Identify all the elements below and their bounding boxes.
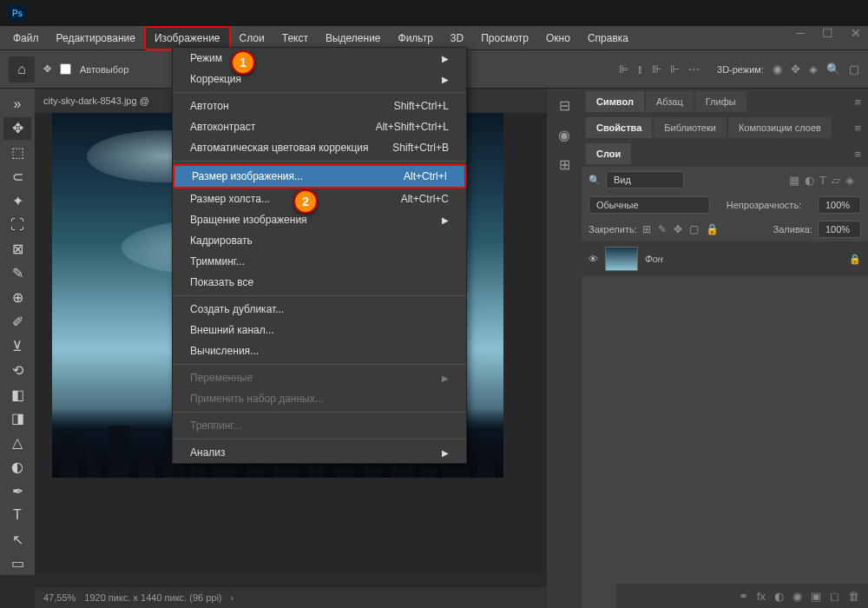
orbit-icon[interactable]: ◉ (773, 63, 782, 76)
eraser-tool-icon[interactable]: ◧ (3, 383, 31, 406)
history-tool-icon[interactable]: ⟲ (3, 359, 31, 381)
zoom-icon[interactable]: ◈ (809, 63, 818, 76)
filter-pixel-icon[interactable]: ▦ (789, 174, 799, 187)
filter-shape-icon[interactable]: ▱ (832, 174, 840, 187)
menu-calculations[interactable]: Вычисления... (173, 340, 466, 361)
link-icon[interactable]: ⚭ (739, 590, 748, 603)
brush-tool-icon[interactable]: ✐ (3, 311, 31, 334)
panel-menu-icon[interactable]: ≡ (854, 148, 861, 161)
menu-view[interactable]: Просмотр (472, 28, 537, 49)
menu-autotone[interactable]: АвтотонShift+Ctrl+L (173, 96, 466, 116)
marquee-tool-icon[interactable]: ⬚ (3, 142, 31, 164)
doc-dimensions[interactable]: 1920 пикс. x 1440 пикс. (96 ppi) (84, 592, 221, 603)
menu-filter[interactable]: Фильтр (390, 28, 442, 49)
close-icon[interactable]: ✕ (851, 26, 861, 40)
fx-icon[interactable]: fx (757, 590, 766, 603)
more-icon[interactable]: ⋯ (688, 63, 700, 76)
align-icon[interactable]: ⊩ (670, 63, 680, 76)
fill-field[interactable]: 100% (818, 221, 861, 238)
filter-adjust-icon[interactable]: ◐ (805, 174, 814, 187)
adjust-icon[interactable]: ◉ (792, 590, 802, 603)
delete-icon[interactable]: 🗑 (848, 590, 859, 603)
panel-toggle-icon[interactable]: » (3, 93, 31, 116)
menu-autocontrast[interactable]: АвтоконтрастAlt+Shift+Ctrl+L (173, 116, 466, 137)
swatches-icon[interactable]: ◉ (558, 127, 570, 143)
eyedropper-tool-icon[interactable]: ✎ (3, 262, 31, 285)
minimize-icon[interactable]: ─ (796, 26, 805, 40)
home-icon[interactable]: ⌂ (9, 56, 35, 83)
lock-icon[interactable]: 🔒 (706, 223, 719, 235)
filter-smart-icon[interactable]: ◈ (845, 174, 854, 187)
menu-3d[interactable]: 3D (442, 28, 472, 49)
menu-text[interactable]: Текст (273, 28, 317, 49)
menu-rotate[interactable]: Вращение изображения▶ (173, 209, 466, 230)
frame-tool-icon[interactable]: ⊠ (3, 238, 31, 261)
panel-menu-icon[interactable]: ≡ (854, 96, 861, 109)
align-icon[interactable]: ⫿ (637, 63, 643, 76)
wand-tool-icon[interactable]: ✦ (3, 189, 31, 212)
group-icon[interactable]: ▣ (811, 590, 821, 603)
panel-menu-icon[interactable]: ≡ (854, 122, 861, 135)
menu-reveal-all[interactable]: Показать все (173, 272, 466, 293)
gradient-tool-icon[interactable]: ◨ (3, 407, 31, 430)
dodge-tool-icon[interactable]: ◐ (3, 456, 31, 479)
align-icon[interactable]: ⊪ (652, 63, 661, 76)
menu-layers[interactable]: Слои (231, 28, 273, 49)
blend-mode-dropdown[interactable]: Обычные (589, 196, 710, 214)
crop-tool-icon[interactable]: ⛶ (3, 214, 31, 236)
menu-crop[interactable]: Кадрировать (173, 230, 466, 251)
stamp-tool-icon[interactable]: ⊻ (3, 334, 31, 357)
search-icon[interactable]: 🔍 (589, 175, 601, 186)
ruler-icon[interactable]: ⊟ (559, 97, 570, 114)
lock-position-icon[interactable]: ✥ (674, 223, 682, 235)
tab-paragraph[interactable]: Абзац (646, 91, 694, 112)
pen-tool-icon[interactable]: ✒ (3, 480, 31, 503)
tab-libraries[interactable]: Библиотеки (654, 117, 727, 138)
move-tool-icon[interactable]: ✥ (3, 117, 31, 140)
type-tool-icon[interactable]: T (3, 504, 31, 526)
menu-apply-image[interactable]: Внешний канал... (173, 320, 466, 340)
opacity-field[interactable]: 100% (818, 196, 861, 214)
menu-window[interactable]: Окно (537, 28, 579, 49)
menu-help[interactable]: Справка (579, 28, 637, 49)
menu-adjustments[interactable]: Коррекция▶ (173, 69, 466, 89)
filter-type-icon[interactable]: T (819, 174, 826, 187)
visibility-icon[interactable]: 👁 (589, 254, 598, 264)
lock-pixels-icon[interactable]: ✎ (658, 223, 667, 235)
shape-tool-icon[interactable]: ▭ (3, 552, 31, 575)
tab-layer-comps[interactable]: Композиции слоев (728, 117, 832, 138)
tab-properties[interactable]: Свойства (586, 117, 652, 138)
document-tab[interactable]: city-sky-dark-8543.jpg @ (43, 96, 149, 106)
path-tool-icon[interactable]: ↖ (3, 528, 31, 551)
mask-icon[interactable]: ◐ (774, 590, 784, 603)
menu-edit[interactable]: Редактирование (48, 28, 144, 49)
menu-autocolor[interactable]: Автоматическая цветовая коррекцияShift+C… (173, 137, 466, 158)
maximize-icon[interactable]: ☐ (822, 26, 833, 40)
menu-mode[interactable]: Режим▶ (173, 48, 466, 69)
blur-tool-icon[interactable]: △ (3, 432, 31, 454)
align-icon[interactable]: ⊫ (619, 63, 628, 76)
menu-file[interactable]: Файл (4, 28, 48, 49)
menu-analysis[interactable]: Анализ▶ (173, 442, 466, 463)
layer-name[interactable]: Фон (645, 254, 663, 264)
pan-icon[interactable]: ✥ (791, 63, 800, 76)
zoom-level[interactable]: 47,55% (43, 592, 76, 603)
tab-character[interactable]: Символ (586, 91, 644, 112)
autoselect-checkbox[interactable] (60, 63, 71, 75)
lock-artboard-icon[interactable]: ▢ (689, 223, 699, 235)
tab-glyphs[interactable]: Глифы (695, 91, 746, 112)
filter-type-dropdown[interactable]: Вид (606, 171, 684, 188)
search-icon[interactable]: 🔍 (826, 63, 840, 76)
layer-thumbnail[interactable] (605, 247, 638, 271)
menu-trim[interactable]: Тримминг... (173, 251, 466, 272)
layer-row-background[interactable]: 👁 Фон 🔒 (582, 241, 868, 276)
lock-icon[interactable]: 🔒 (849, 254, 861, 265)
grid-icon[interactable]: ⊞ (559, 156, 570, 173)
lock-all-icon[interactable]: ⊞ (642, 223, 651, 235)
chevron-right-icon[interactable]: › (231, 592, 234, 603)
workspace-icon[interactable]: ▢ (849, 63, 859, 76)
heal-tool-icon[interactable]: ⊕ (3, 287, 31, 309)
menu-canvas-size[interactable]: Размер холста...Alt+Ctrl+C (173, 188, 466, 209)
menu-select[interactable]: Выделение (317, 28, 390, 49)
new-layer-icon[interactable]: ◻ (830, 590, 839, 603)
